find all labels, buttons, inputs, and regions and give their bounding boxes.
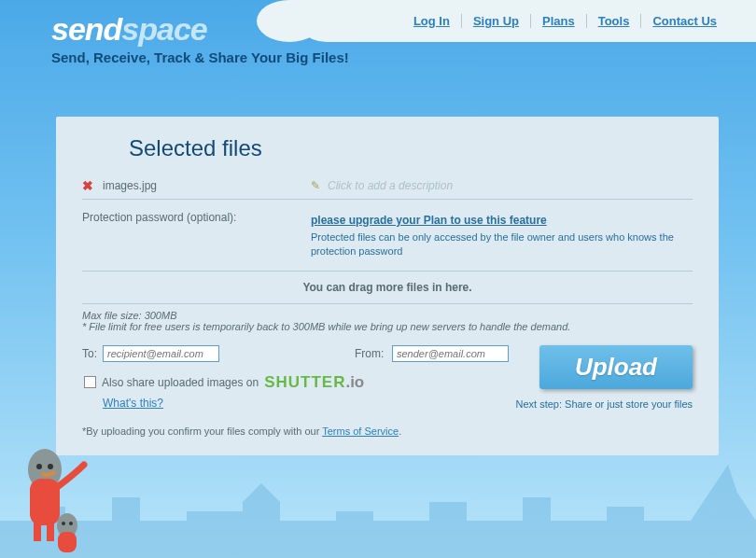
nav-login[interactable]: Log In [402, 14, 462, 28]
cityscape-decoration [0, 455, 756, 558]
drag-drop-area[interactable]: You can drag more files in here. [82, 272, 693, 304]
max-size: Max file size: 300MB [82, 310, 693, 321]
nav-signup[interactable]: Sign Up [462, 14, 531, 28]
upgrade-link[interactable]: please upgrade your Plan to use this fea… [311, 214, 547, 227]
tos-link[interactable]: Terms of Service [322, 425, 399, 437]
svg-point-8 [62, 522, 65, 525]
limits-info: Max file size: 300MB * File limit for fr… [82, 304, 693, 345]
nav-tools[interactable]: Tools [587, 14, 642, 28]
file-row: ✖ images.jpg ✎ Click to add a descriptio… [82, 173, 693, 200]
svg-point-4 [36, 464, 42, 469]
shutter-checkbox[interactable] [84, 376, 96, 388]
pencil-icon: ✎ [311, 179, 320, 192]
svg-point-9 [69, 522, 73, 525]
upload-button[interactable]: Upload [539, 345, 693, 389]
svg-rect-2 [34, 523, 41, 541]
next-step-text: Next step: Share or just store your file… [515, 398, 693, 410]
remove-file-icon[interactable]: ✖ [82, 178, 93, 193]
panel-title: Selected files [129, 135, 693, 161]
tos-suffix: . [399, 425, 401, 437]
logo-part1: send [51, 11, 121, 48]
shutter-logo[interactable]: SHUTTER.io [264, 373, 364, 392]
tos-row: *By uploading you confirm your files com… [82, 425, 693, 437]
logo-part2: space [121, 11, 206, 48]
to-label: To: [82, 347, 103, 360]
file-name: images.jpg [103, 179, 157, 192]
shutter-brand: SHUTTER [264, 373, 345, 392]
mascot-character [9, 437, 93, 558]
svg-point-5 [48, 464, 53, 469]
top-nav: Log In Sign Up Plans Tools Contact Us [289, 0, 756, 42]
desc-placeholder: Click to add a description [328, 179, 453, 192]
main-panel: Selected files ✖ images.jpg ✎ Click to a… [56, 117, 719, 455]
shutter-suffix: .io [345, 373, 364, 392]
nav-contact[interactable]: Contact Us [641, 14, 728, 28]
from-label: From: [355, 347, 392, 360]
protected-info: Protected files can be only accessed by … [311, 230, 693, 259]
password-row: Protection password (optional): please u… [82, 200, 693, 272]
svg-rect-7 [58, 532, 77, 552]
tos-prefix: *By uploading you confirm your files com… [82, 425, 322, 437]
file-description[interactable]: ✎ Click to add a description [311, 179, 453, 192]
whats-this-link[interactable]: What's this? [103, 397, 163, 410]
nav-plans[interactable]: Plans [531, 14, 587, 28]
shutter-label: Also share uploaded images on [102, 376, 259, 389]
from-input[interactable] [392, 345, 509, 362]
svg-rect-3 [47, 523, 54, 541]
limit-note: * File limit for free users is temporari… [82, 321, 693, 332]
tagline: Send, Receive, Track & Share Your Big Fi… [51, 49, 756, 65]
to-input[interactable] [103, 345, 219, 362]
password-label: Protection password (optional): [82, 211, 311, 259]
